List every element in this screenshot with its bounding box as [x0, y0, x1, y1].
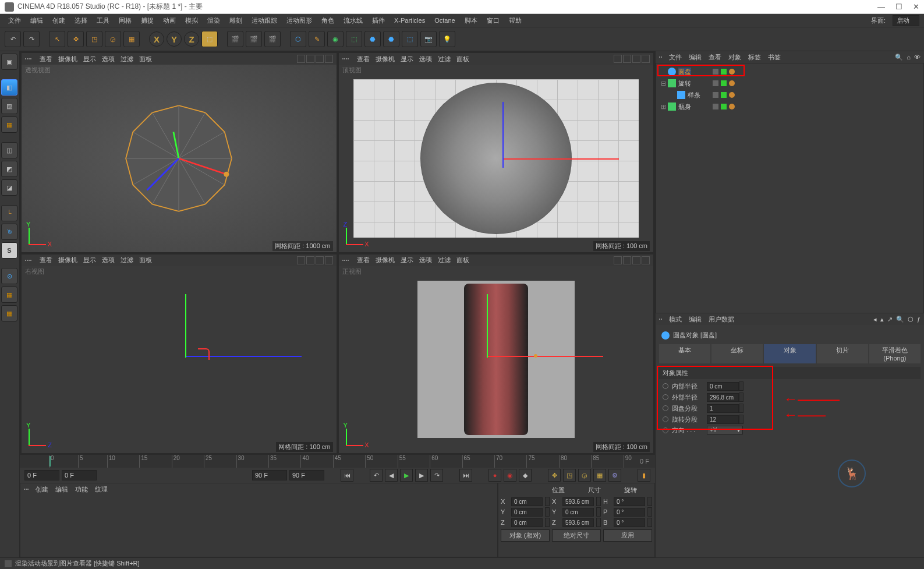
vp-menu-view[interactable]: 查看	[40, 256, 52, 264]
om-menu-edit[interactable]: 编辑	[689, 53, 702, 62]
anim-dot-icon[interactable]	[663, 416, 668, 422]
vp-menu-panel[interactable]: 面板	[139, 256, 152, 264]
scale-tool[interactable]: ◳	[86, 31, 102, 47]
render-vis-icon[interactable]	[721, 104, 727, 109]
close-button[interactable]: ✕	[913, 2, 919, 11]
spinner-icon[interactable]	[739, 381, 744, 391]
nav-back-icon[interactable]: ◂	[873, 316, 877, 323]
vp-menu-camera[interactable]: 摄像机	[58, 55, 77, 63]
menu-character[interactable]: 角色	[318, 15, 338, 26]
frame-end-field[interactable]: 90 F	[252, 470, 287, 480]
vp-nav-icon[interactable]	[614, 55, 622, 63]
x-axis-lock[interactable]: X	[149, 31, 164, 47]
eye-icon[interactable]: 👁	[914, 54, 921, 61]
prop-field[interactable]: 0 cm	[707, 382, 739, 391]
frame-current-field[interactable]: 0 F	[62, 470, 97, 480]
nav-fwd-icon[interactable]: ↗	[887, 316, 893, 323]
vp-nav-icon[interactable]	[642, 55, 650, 63]
param-key-button[interactable]: ▦	[593, 469, 606, 482]
vp-menu-options[interactable]: 选项	[419, 256, 432, 264]
phong-tag-icon[interactable]	[729, 80, 735, 86]
om-menu-tags[interactable]: 标签	[748, 53, 761, 62]
search-icon[interactable]: 🔍	[896, 316, 904, 323]
menu-mograph[interactable]: 运动图形	[283, 15, 316, 26]
expand-icon[interactable]: ⊟	[661, 80, 668, 87]
rot-key-button[interactable]: ◶	[578, 469, 591, 482]
spline-button[interactable]: ✎	[309, 31, 325, 47]
goto-start-button[interactable]: ⏮	[341, 469, 353, 482]
scene-light[interactable]: 💡	[439, 31, 455, 47]
pos-key-button[interactable]: ✥	[548, 469, 561, 482]
vp-menu-options[interactable]: 选项	[102, 55, 115, 63]
spinner-icon[interactable]	[647, 497, 652, 506]
vp-nav-icon[interactable]	[316, 256, 324, 264]
axis-mode[interactable]: └	[1, 205, 17, 221]
vp-nav-icon[interactable]	[642, 256, 650, 264]
attr-tab[interactable]: 基本	[659, 344, 710, 363]
primitive-button[interactable]: ⬡	[290, 31, 306, 47]
frame-start-field[interactable]: 0 F	[24, 470, 59, 480]
vp-nav-icon[interactable]	[325, 256, 333, 264]
home-icon[interactable]: ⌂	[907, 54, 911, 61]
scene-camera[interactable]: 📷	[420, 31, 437, 47]
polygon-mode[interactable]: ◪	[1, 179, 17, 196]
menu-render[interactable]: 渲染	[204, 15, 224, 26]
vp-menu-filter[interactable]: 过滤	[121, 55, 133, 63]
attr-tab[interactable]: 切片	[817, 344, 868, 363]
coord-pos-field[interactable]: 0 cm	[511, 508, 543, 517]
next-key-button[interactable]: ↷	[430, 469, 443, 482]
vp-menu-display[interactable]: 显示	[83, 256, 96, 264]
interface-combo[interactable]: 启动	[893, 15, 919, 26]
menu-plugins[interactable]: 插件	[369, 15, 388, 26]
viewport-canvas[interactable]: 右视图 YZ 网格间距 : 100 cm	[22, 266, 337, 454]
vp-menu-panel[interactable]: 面板	[139, 55, 152, 63]
vp-menu-filter[interactable]: 过滤	[438, 256, 451, 264]
coord-object-combo[interactable]: 对象 (相对)	[501, 529, 550, 542]
render-vis-icon[interactable]	[721, 92, 727, 98]
maximize-button[interactable]: ☐	[895, 2, 902, 11]
vp-nav-icon[interactable]	[623, 55, 631, 63]
spinner-icon[interactable]	[545, 518, 550, 527]
render-view[interactable]: 🎬	[227, 31, 243, 47]
menu-help[interactable]: 帮助	[505, 15, 525, 26]
lock-workplane[interactable]: ▦	[1, 305, 17, 321]
render-settings[interactable]: 🎬	[264, 31, 281, 47]
goto-end-button[interactable]: ⏭	[459, 469, 472, 482]
prop-combo[interactable]: +Y	[707, 426, 743, 434]
anim-dot-icon[interactable]	[663, 394, 668, 400]
menu-mesh[interactable]: 网格	[115, 15, 135, 26]
menu-window[interactable]: 窗口	[483, 15, 503, 26]
vp-menu-view[interactable]: 查看	[357, 256, 370, 264]
vp-nav-icon[interactable]	[306, 55, 314, 63]
object-tree-item[interactable]: ⊟ 旋转	[659, 77, 921, 89]
minimize-button[interactable]: —	[877, 2, 885, 11]
edge-mode[interactable]: ◩	[1, 161, 17, 177]
vp-nav-icon[interactable]	[297, 256, 305, 264]
mat-menu-texture[interactable]: 纹理	[95, 485, 108, 494]
generator-button[interactable]: ◉	[327, 31, 344, 47]
vp-nav-icon[interactable]	[297, 55, 305, 63]
attr-tab[interactable]: 对象	[764, 344, 815, 363]
phong-tag-icon[interactable]	[729, 104, 735, 109]
vp-nav-icon[interactable]	[614, 256, 622, 264]
menu-edit[interactable]: 编辑	[27, 15, 47, 26]
am-menu-edit[interactable]: 编辑	[689, 315, 702, 324]
vp-nav-icon[interactable]	[632, 55, 640, 63]
move-tool[interactable]: ✥	[68, 31, 84, 47]
attr-tab[interactable]: 平滑着色(Phong)	[869, 344, 921, 363]
texture-mode[interactable]: ▨	[1, 98, 17, 114]
mat-menu-create[interactable]: 创建	[36, 485, 48, 494]
coord-rot-field[interactable]: 0 °	[614, 508, 645, 517]
coord-rot-field[interactable]: 0 °	[614, 497, 645, 506]
y-axis-lock[interactable]: Y	[167, 31, 182, 47]
menu-xparticles[interactable]: X-Particles	[391, 16, 429, 25]
workplane-mode[interactable]: ▦	[1, 116, 17, 133]
om-menu-object[interactable]: 对象	[728, 53, 741, 62]
render-vis-icon[interactable]	[721, 80, 727, 86]
anim-dot-icon[interactable]	[663, 405, 668, 411]
vp-menu-panel[interactable]: 面板	[456, 55, 469, 63]
vp-menu-view[interactable]: 查看	[357, 55, 370, 63]
prop-field[interactable]: 12	[707, 415, 739, 424]
nav-up-icon[interactable]: ▴	[880, 316, 884, 323]
vp-menu-panel[interactable]: 面板	[456, 256, 469, 264]
